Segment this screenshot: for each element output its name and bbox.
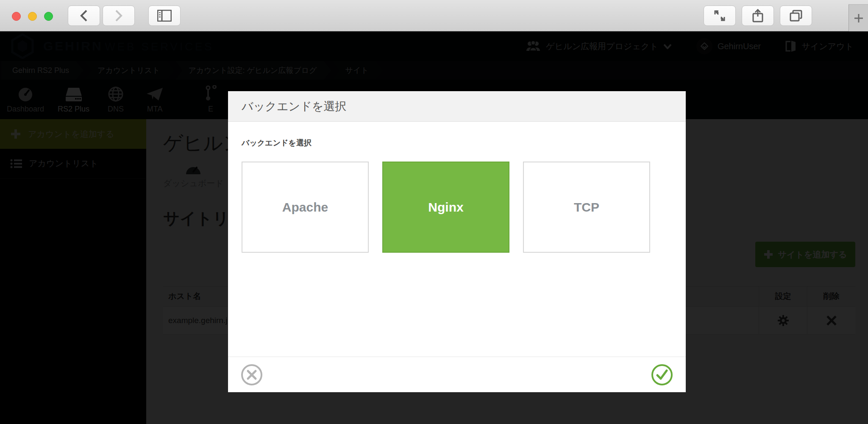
modal-body: バックエンドを選択 Apache Nginx TCP [228,122,686,253]
chevron-left-icon [79,9,89,22]
backend-options: Apache Nginx TCP [242,162,672,253]
plus-icon [854,13,864,23]
backend-option-nginx[interactable]: Nginx [382,162,509,253]
back-button[interactable] [68,6,100,26]
expand-icon [714,10,726,22]
tabs-icon [790,10,802,22]
tab-overview-button[interactable] [780,6,812,26]
backend-field-label: バックエンドを選択 [242,138,672,148]
close-window-button[interactable] [12,12,21,21]
share-button[interactable] [742,6,774,26]
sidebar-toggle-button[interactable] [148,6,181,26]
browser-chrome [0,0,868,31]
page: GEHIRN WEB SERVICES ゲヒルン広報用プロジェクト Gehirn… [0,31,868,424]
backend-select-modal: バックエンドを選択 バックエンドを選択 Apache Nginx TCP [228,91,686,392]
cancel-button[interactable] [241,364,263,386]
circle-x-icon [241,364,263,386]
fullscreen-button[interactable] [704,6,736,26]
minimize-window-button[interactable] [28,12,37,21]
backend-option-tcp[interactable]: TCP [523,162,650,253]
circle-check-icon [651,364,673,386]
confirm-button[interactable] [651,364,673,386]
share-icon [752,9,763,22]
window-controls [12,12,53,21]
modal-header: バックエンドを選択 [228,91,686,122]
backend-option-apache[interactable]: Apache [242,162,369,253]
forward-button[interactable] [103,6,135,26]
sidebar-icon [157,10,172,22]
zoom-window-button[interactable] [44,12,53,21]
chevron-right-icon [114,9,123,22]
modal-footer [228,357,686,392]
modal-title: バックエンドを選択 [242,99,346,114]
new-tab-button[interactable] [849,4,868,31]
